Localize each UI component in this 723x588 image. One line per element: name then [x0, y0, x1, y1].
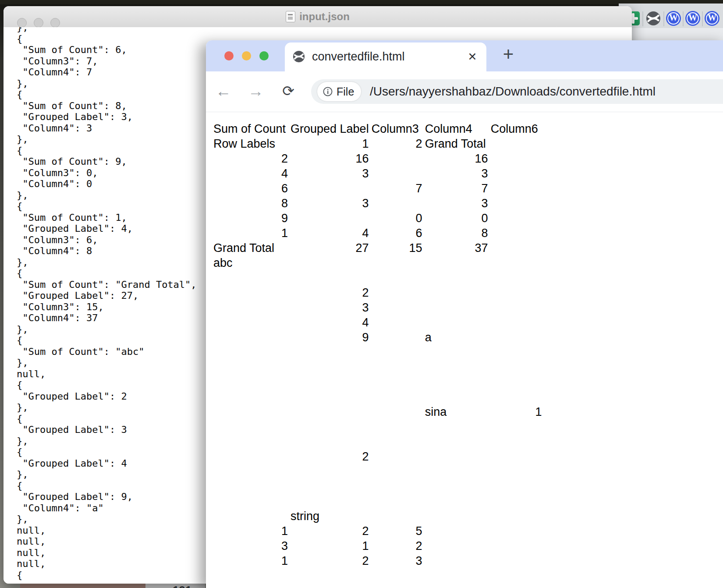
table-cell	[370, 375, 424, 390]
table-cell	[489, 464, 543, 479]
table-cell	[489, 509, 543, 524]
table-cell: string	[289, 509, 370, 524]
table-row: 216 16	[212, 151, 543, 166]
table-cell: 4	[212, 166, 289, 181]
table-row: 9 00	[212, 211, 543, 226]
table-cell	[424, 390, 489, 404]
tab-convertedfile[interactable]: convertedfile.html ✕	[285, 43, 486, 71]
wordpress-icon[interactable]: W	[666, 11, 681, 26]
table-cell: 1	[289, 538, 370, 553]
globe-icon[interactable]	[646, 11, 661, 26]
tab-strip: convertedfile.html ✕ +	[206, 40, 723, 71]
table-cell	[489, 226, 543, 241]
table-cell	[370, 509, 424, 524]
table-row: string	[212, 509, 543, 524]
tab-title: convertedfile.html	[312, 50, 405, 64]
table-cell: 4	[289, 226, 370, 241]
table-row: Row Labels12Grand Total	[212, 136, 543, 151]
table-cell	[424, 419, 489, 434]
divider	[663, 11, 664, 26]
table-row	[212, 464, 543, 479]
table-cell: Grouped Label	[289, 121, 370, 136]
wordpress-icon[interactable]: W	[685, 11, 700, 26]
table-cell: Row Labels	[212, 136, 289, 151]
file-scheme-chip[interactable]: File	[317, 82, 361, 101]
divider	[683, 11, 684, 26]
minimize-button[interactable]	[242, 51, 251, 60]
file-chip-label: File	[337, 85, 354, 98]
table-cell	[424, 300, 489, 315]
table-cell: abc	[212, 255, 289, 270]
table-cell	[212, 300, 289, 315]
table-cell	[424, 538, 489, 553]
table-cell	[489, 166, 543, 181]
table-cell: 3	[424, 196, 489, 211]
table-cell	[424, 315, 489, 330]
table-cell: 7	[424, 181, 489, 196]
tab-close-icon[interactable]: ✕	[465, 50, 479, 64]
table-cell	[289, 375, 370, 390]
close-button[interactable]	[224, 51, 234, 60]
url-text: /Users/nayyershahbaz/Downloads/converted…	[370, 85, 656, 99]
table-cell	[424, 345, 489, 360]
table-cell	[489, 524, 543, 538]
table-cell	[212, 330, 289, 345]
table-cell	[289, 270, 370, 285]
table-cell	[424, 255, 489, 270]
table-cell: 7	[370, 181, 424, 196]
table-cell	[489, 419, 543, 434]
background-count-fragment: 191	[145, 584, 205, 588]
table-row	[212, 360, 543, 375]
table-cell: 3	[289, 300, 370, 315]
table-cell: 2	[370, 538, 424, 553]
table-cell: 4	[289, 315, 370, 330]
table-cell	[424, 494, 489, 509]
table-cell	[289, 419, 370, 434]
reload-button[interactable]: ⟳	[278, 81, 299, 102]
table-cell: 3	[424, 166, 489, 181]
table-cell	[212, 375, 289, 390]
table-row	[212, 494, 543, 509]
table-cell: sina	[424, 404, 489, 419]
wordpress-icon[interactable]: W	[705, 11, 719, 26]
table-cell	[489, 375, 543, 390]
table-row: 6 77	[212, 181, 543, 196]
table-cell	[212, 434, 289, 449]
table-cell: 2	[289, 285, 370, 300]
divider	[642, 11, 643, 26]
table-row: sina1	[212, 404, 543, 419]
table-cell: 27	[289, 241, 370, 255]
table-cell	[289, 211, 370, 226]
table-cell	[212, 270, 289, 285]
pivot-table: Sum of CountGrouped LabelColumn3Column4C…	[212, 121, 543, 568]
new-tab-button[interactable]: +	[499, 45, 518, 64]
table-row: abc	[212, 255, 543, 270]
table-cell	[370, 494, 424, 509]
table-cell	[489, 270, 543, 285]
table-row: 2	[212, 449, 543, 464]
zoom-button[interactable]	[259, 51, 269, 60]
table-cell	[370, 255, 424, 270]
browser-toolbar: ← → ⟳ File /Users/nayyershahbaz/Download…	[206, 71, 723, 112]
table-cell	[212, 419, 289, 434]
table-cell: Column4	[424, 121, 489, 136]
table-row: 4	[212, 315, 543, 330]
back-button[interactable]: ←	[213, 81, 234, 102]
table-cell	[212, 315, 289, 330]
table-row: 83 3	[212, 196, 543, 211]
table-cell	[424, 464, 489, 479]
table-cell: 3	[370, 553, 424, 568]
address-bar[interactable]: File /Users/nayyershahbaz/Downloads/conv…	[311, 79, 723, 104]
table-row	[212, 479, 543, 494]
table-cell: a	[424, 330, 489, 345]
table-row	[212, 375, 543, 390]
editor-titlebar[interactable]: input.json	[4, 6, 632, 28]
table-cell: 8	[212, 196, 289, 211]
table-cell	[212, 285, 289, 300]
table-cell	[370, 360, 424, 375]
forward-button[interactable]: →	[245, 81, 266, 102]
background-toolbar	[619, 28, 723, 40]
browser-window: convertedfile.html ✕ + ← → ⟳ File /Users…	[206, 40, 723, 588]
table-cell: Column6	[489, 121, 543, 136]
table-cell: 16	[289, 151, 370, 166]
